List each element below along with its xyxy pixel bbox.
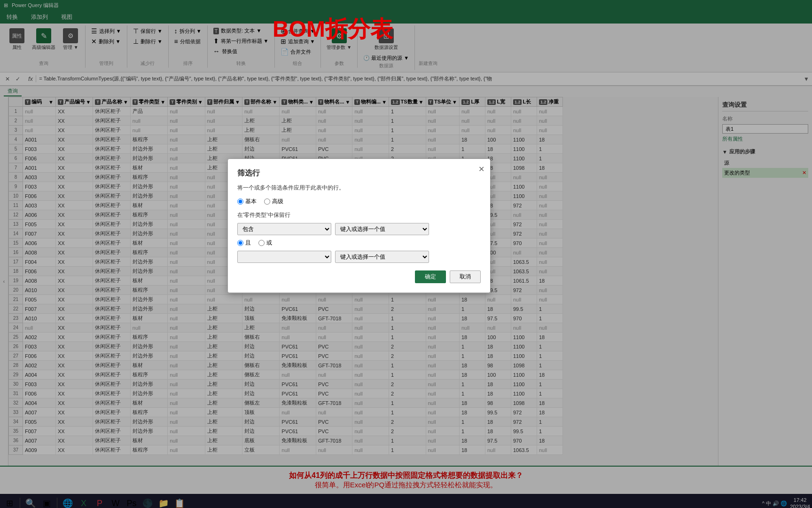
dialog-condition-2: 包含 不包含 等于 键入或选择一个值 [237,251,481,263]
dialog-desc: 将一个或多个筛选条件应用于此表中的行。 [237,184,481,192]
dialog-and-or: 且 或 [237,239,481,247]
dialog-mode-group: 基本 高级 [237,198,481,206]
dialog-confirm-btn[interactable]: 确定 [415,270,446,283]
condition1-operator[interactable]: 包含 不包含 等于 不等于 开始于 结束于 [237,223,331,235]
dialog-close-btn[interactable]: ✕ [478,165,484,174]
condition2-value[interactable]: 键入或选择一个值 [335,251,429,263]
dialog-overlay[interactable]: 筛选行 ✕ 将一个或多个筛选条件应用于此表中的行。 基本 高级 在'零件类型'中… [0,0,812,508]
filter-dialog: 筛选行 ✕ 将一个或多个筛选条件应用于此表中的行。 基本 高级 在'零件类型'中… [227,159,491,293]
condition1-value[interactable]: 键入或选择一个值 [335,223,429,235]
dialog-cancel-btn[interactable]: 取消 [450,270,481,283]
dialog-filter-label: 在'零件类型'中保留行 [237,211,481,219]
radio-basic[interactable]: 基本 [237,198,257,206]
dialog-title: 筛选行 [237,168,481,178]
dialog-condition-1: 包含 不包含 等于 不等于 开始于 结束于 键入或选择一个值 [237,223,481,235]
dialog-footer: 确定 取消 [237,270,481,283]
radio-and[interactable]: 且 [237,239,251,247]
condition2-operator[interactable]: 包含 不包含 等于 [237,251,331,263]
radio-advanced[interactable]: 高级 [264,198,283,206]
radio-or[interactable]: 或 [258,239,272,247]
